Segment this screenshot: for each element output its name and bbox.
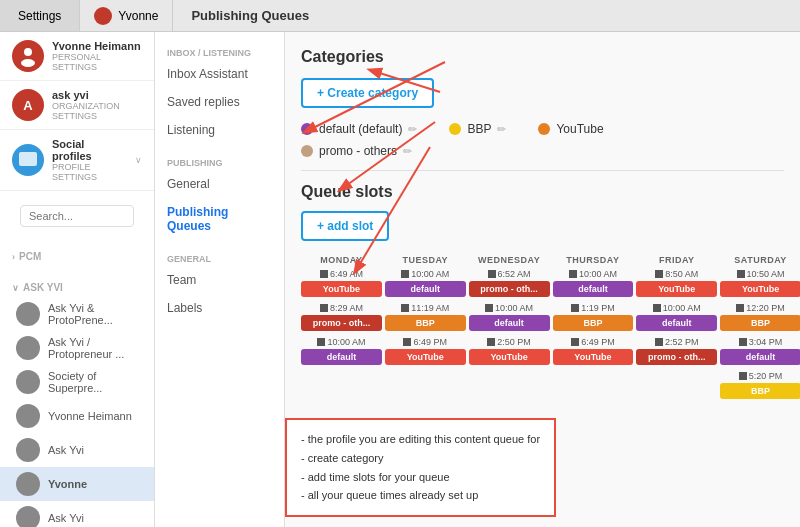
time-r2-tue: 11:19 AM	[401, 303, 449, 313]
badge-r2-tue[interactable]: BBP	[385, 315, 466, 331]
mid-nav-team[interactable]: Team	[155, 266, 284, 294]
sidebar-item-ask-yvi-proto1[interactable]: Ask Yvi & ProtoPrene...	[0, 297, 154, 331]
user2-role: Organization Settings	[52, 101, 142, 121]
badge-r2-thu[interactable]: BBP	[553, 315, 634, 331]
cell-r4-fri	[636, 371, 717, 399]
divider	[301, 170, 784, 171]
mid-nav-labels[interactable]: Labels	[155, 294, 284, 322]
time-r3-fri: 2:52 PM	[655, 337, 699, 347]
sidebar-item-label: Yvonne	[48, 478, 87, 490]
category-bbp-dot	[449, 123, 461, 135]
sidebar-item-ask-yvi2[interactable]: Ask Yvi	[0, 501, 154, 527]
user2-info: ask yvi Organization Settings	[52, 89, 142, 121]
add-slot-button[interactable]: + add slot	[301, 211, 389, 241]
stop-icon	[317, 338, 325, 346]
stop-icon	[571, 304, 579, 312]
ask-yvi-group-title[interactable]: ∨ Ask Yvi	[0, 278, 154, 297]
sidebar-item-label: Ask Yvi & ProtoPrene...	[48, 302, 142, 326]
settings-tab[interactable]: Settings	[0, 0, 80, 31]
cell-r2-wed: 10:00 AM default	[469, 303, 550, 331]
mid-nav-general[interactable]: General	[155, 170, 284, 198]
search-input[interactable]	[20, 205, 134, 227]
svg-point-1	[21, 59, 35, 67]
mid-nav-section-inbox: Inbox / Listening	[155, 42, 284, 60]
time-r1-sat: 10:50 AM	[737, 269, 785, 279]
badge-r2-mon[interactable]: promo - oth...	[301, 315, 382, 331]
svg-point-0	[24, 48, 32, 56]
category-promo: promo - others ✏	[301, 144, 412, 158]
stop-icon	[655, 338, 663, 346]
badge-r3-sat[interactable]: default	[720, 349, 800, 365]
create-category-button[interactable]: + Create category	[301, 78, 434, 108]
time-r2-sat: 12:20 PM	[736, 303, 785, 313]
avatar-ask-yvi-proto1	[16, 302, 40, 326]
mid-nav-inbox-assistant[interactable]: Inbox Assistant	[155, 60, 284, 88]
badge-r2-wed[interactable]: default	[469, 315, 550, 331]
sidebar-item-ask-yvi[interactable]: Ask Yvi	[0, 433, 154, 467]
search-section	[0, 191, 154, 241]
time-row-2: 8:29 AM promo - oth... 11:19 AM BBP 10:0…	[301, 303, 800, 331]
badge-r3-wed[interactable]: YouTube	[469, 349, 550, 365]
mid-nav-saved-replies[interactable]: Saved replies	[155, 88, 284, 116]
badge-r1-wed[interactable]: promo - oth...	[469, 281, 550, 297]
mid-nav-section-publishing: Publishing	[155, 152, 284, 170]
category-default-edit[interactable]: ✏	[408, 123, 417, 136]
badge-r3-mon[interactable]: default	[301, 349, 382, 365]
badge-r3-tue[interactable]: YouTube	[385, 349, 466, 365]
badge-r2-sat[interactable]: BBP	[720, 315, 800, 331]
social-profiles-section[interactable]: Social profiles Profile Settings ∨	[0, 130, 154, 191]
sidebar-item-ask-yvi-proto2[interactable]: Ask Yvi / Protopreneur ...	[0, 331, 154, 365]
user1-name: Yvonne Heimann	[52, 40, 142, 52]
time-r1-thu: 10:00 AM	[569, 269, 617, 279]
user-tab[interactable]: Yvonne	[80, 0, 173, 31]
publishing-queues-tab[interactable]: Publishing Queues	[173, 0, 327, 31]
sidebar-item-label: Ask Yvi	[48, 512, 84, 524]
main-content: Categories + Create category default (de…	[285, 32, 800, 527]
category-default: default (default) ✏	[301, 122, 417, 136]
mid-nav-publishing-queues[interactable]: Publishing Queues	[155, 198, 284, 240]
sidebar-item-yvonne[interactable]: Yvonne	[0, 467, 154, 501]
user-tab-label: Yvonne	[118, 9, 158, 23]
time-r3-tue: 6:49 PM	[403, 337, 447, 347]
stop-icon	[403, 338, 411, 346]
time-r1-wed: 6:52 AM	[488, 269, 531, 279]
categories-row-1: default (default) ✏ BBP ✏ YouTube	[301, 122, 784, 136]
sidebar-item-yvonne-heimann[interactable]: Yvonne Heimann	[0, 399, 154, 433]
time-row-3: 10:00 AM default 6:49 PM YouTube 2:50 PM…	[301, 337, 800, 365]
mid-nav-listening[interactable]: Listening	[155, 116, 284, 144]
cell-r1-thu: 10:00 AM default	[553, 269, 634, 297]
badge-r1-sat[interactable]: YouTube	[720, 281, 800, 297]
svg-rect-2	[19, 152, 37, 166]
badge-r1-thu[interactable]: default	[553, 281, 634, 297]
badge-r1-mon[interactable]: YouTube	[301, 281, 382, 297]
category-promo-edit[interactable]: ✏	[403, 145, 412, 158]
cell-r1-tue: 10:00 AM default	[385, 269, 466, 297]
stop-icon	[736, 304, 744, 312]
sidebar-item-label: Ask Yvi / Protopreneur ...	[48, 336, 142, 360]
user1-role: Personal Settings	[52, 52, 142, 72]
stop-icon	[571, 338, 579, 346]
category-default-dot	[301, 123, 313, 135]
sidebar-item-society[interactable]: Society of Superpre...	[0, 365, 154, 399]
ask-yvi-group: ∨ Ask Yvi Ask Yvi & ProtoPrene... Ask Yv…	[0, 272, 154, 527]
category-bbp-edit[interactable]: ✏	[497, 123, 506, 136]
user1-avatar	[12, 40, 44, 72]
badge-r3-thu[interactable]: YouTube	[553, 349, 634, 365]
category-youtube-label: YouTube	[556, 122, 603, 136]
user1-section[interactable]: Yvonne Heimann Personal Settings	[0, 32, 154, 81]
stop-icon	[569, 270, 577, 278]
badge-r4-sat[interactable]: BBP	[720, 383, 800, 399]
badge-r3-fri[interactable]: promo - oth...	[636, 349, 717, 365]
social-profiles-role: Profile Settings	[52, 162, 127, 182]
stop-icon	[653, 304, 661, 312]
badge-r2-fri[interactable]: default	[636, 315, 717, 331]
sidebar-item-label: Society of Superpre...	[48, 370, 142, 394]
badge-r1-tue[interactable]: default	[385, 281, 466, 297]
pcm-group-title[interactable]: › PCM	[0, 247, 154, 266]
user2-section[interactable]: A ask yvi Organization Settings	[0, 81, 154, 130]
avatar-yvonne-heimann	[16, 404, 40, 428]
category-youtube: YouTube	[538, 122, 603, 136]
day-friday: Friday	[636, 255, 717, 265]
annotation-line-4: - all your queue times already set up	[301, 486, 540, 505]
badge-r1-fri[interactable]: YouTube	[636, 281, 717, 297]
